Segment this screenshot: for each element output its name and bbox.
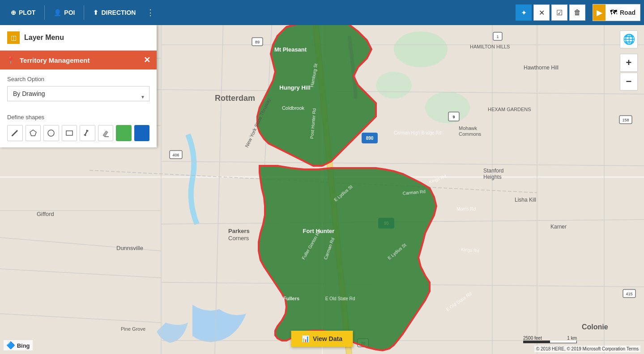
map-icon: 🗺 <box>610 9 617 17</box>
svg-text:Parkers: Parkers <box>228 228 250 234</box>
svg-text:406: 406 <box>172 153 179 157</box>
territory-close-button[interactable]: ✕ <box>144 55 150 65</box>
svg-text:Carman High Bridge Rd: Carman High Bridge Rd <box>394 130 441 135</box>
view-data-label: View Data <box>313 335 342 342</box>
svg-text:Karner: Karner <box>550 224 567 230</box>
svg-text:Morris Rd: Morris Rd <box>456 207 476 212</box>
search-select-wrapper: By Drawing By Radius By Polygon <box>7 86 149 108</box>
plot-button[interactable]: ⊕ PLOT <box>4 5 43 20</box>
svg-text:HAMILTON HILLS: HAMILTON HILLS <box>470 44 510 49</box>
direction-button[interactable]: ⬆ DIRECTION <box>86 5 143 20</box>
svg-point-3 <box>394 31 448 67</box>
svg-marker-87 <box>30 130 36 136</box>
svg-text:Hungry Hill: Hungry Hill <box>279 84 310 91</box>
panel-content: Search Option By Drawing By Radius By Po… <box>0 69 157 147</box>
svg-text:Mohawk: Mohawk <box>459 125 477 131</box>
circle-tool-button[interactable] <box>43 125 59 141</box>
svg-text:E Old State Rd: E Old State Rd <box>325 296 355 301</box>
svg-text:Stanford: Stanford <box>483 168 503 174</box>
svg-text:158: 158 <box>622 118 629 122</box>
svg-text:Hawthorne Hill: Hawthorne Hill <box>524 65 559 71</box>
bing-icon: 🔷 <box>6 341 15 349</box>
zoom-controls: + − <box>620 54 638 91</box>
svg-text:890: 890 <box>366 136 374 141</box>
layer-menu-title: Layer Menu <box>24 34 64 42</box>
territory-title: Territory Management <box>20 56 139 64</box>
svg-text:Lisha Kill: Lisha Kill <box>515 197 536 203</box>
arrow-toggle[interactable]: ▶ <box>593 4 606 21</box>
svg-rect-89 <box>66 131 73 135</box>
scale-bar: 2500 feet 1 km <box>523 336 577 343</box>
svg-point-91 <box>87 130 89 132</box>
svg-point-88 <box>48 130 54 136</box>
svg-text:HEXAM GARDENS: HEXAM GARDENS <box>488 107 531 112</box>
territory-panel: 📍 Territory Management ✕ <box>0 51 157 69</box>
svg-text:Gifford: Gifford <box>37 211 54 217</box>
svg-text:Commons: Commons <box>459 131 482 137</box>
direction-icon: ⬆ <box>93 9 98 16</box>
svg-text:Coldbrook: Coldbrook <box>282 105 305 111</box>
edit-tool-button[interactable] <box>80 125 95 141</box>
check-tool-button[interactable]: ☑ <box>551 4 567 21</box>
svg-text:415: 415 <box>626 292 632 296</box>
plot-icon: ⊕ <box>11 9 16 16</box>
green-color-swatch[interactable] <box>116 125 131 141</box>
layer-menu-header: ◫ Layer Menu <box>0 25 157 51</box>
svg-text:Colonie: Colonie <box>582 323 608 331</box>
svg-point-4 <box>425 92 470 123</box>
svg-text:Pine Grove: Pine Grove <box>121 326 145 332</box>
zoom-out-button[interactable]: − <box>620 73 638 91</box>
select-tool-button[interactable]: ✦ <box>516 4 532 21</box>
search-option-label: Search Option <box>7 76 149 82</box>
close-tool-button[interactable]: ✕ <box>533 4 550 21</box>
svg-text:9: 9 <box>452 115 455 119</box>
bing-logo: 🔷 Bing <box>4 340 33 350</box>
svg-text:Heights: Heights <box>483 174 502 180</box>
svg-point-5 <box>376 72 412 99</box>
polygon-tool-button[interactable] <box>26 125 41 141</box>
globe-button[interactable]: 🌐 <box>620 30 638 48</box>
scale-labels: 2500 feet 1 km <box>523 336 577 341</box>
define-shapes-label: Define shapes <box>7 114 149 121</box>
globe-icon: 🌐 <box>623 34 635 45</box>
scale-label-km: 1 km <box>567 336 577 341</box>
scale-label-feet: 2500 feet <box>523 336 542 341</box>
bing-text: Bing <box>17 342 30 349</box>
left-panel: ◫ Layer Menu 📍 Territory Management ✕ Se… <box>0 25 157 147</box>
delete-tool-button[interactable]: 🗑 <box>569 4 585 21</box>
search-select[interactable]: By Drawing By Radius By Polygon <box>7 86 149 101</box>
pencil-tool-button[interactable] <box>7 125 23 141</box>
road-button[interactable]: 🗺 Road <box>606 9 640 17</box>
svg-text:Fullers: Fullers <box>283 296 299 301</box>
svg-point-93 <box>85 135 86 136</box>
blue-color-swatch[interactable] <box>134 125 149 141</box>
poi-icon: 👤 <box>54 9 61 16</box>
shapes-toolbar <box>7 125 149 141</box>
toolbar-divider-2 <box>84 5 84 20</box>
top-toolbar: ⊕ PLOT 👤 POI ⬆ DIRECTION ⋮ ✦ ✕ ☑ 🗑 ▶ 🗺 R… <box>0 0 644 25</box>
more-button[interactable]: ⋮ <box>143 4 158 21</box>
svg-text:Mt Pleasant: Mt Pleasant <box>274 46 307 53</box>
territory-icon: 📍 <box>6 56 15 65</box>
layer-icon: ◫ <box>7 31 20 44</box>
svg-text:Rotterdam: Rotterdam <box>215 94 255 103</box>
scale-line <box>523 341 577 343</box>
rectangle-tool-button[interactable] <box>62 125 77 141</box>
toolbar-divider-1 <box>44 5 45 20</box>
svg-text:1: 1 <box>496 35 499 39</box>
view-data-icon: 📊 <box>302 335 309 342</box>
svg-text:Corners: Corners <box>228 235 249 242</box>
zoom-in-button[interactable]: + <box>620 54 638 72</box>
svg-text:89: 89 <box>255 40 260 44</box>
copyright-text: © 2018 HERE, © 2019 Microsoft Corporatio… <box>534 345 640 352</box>
erase-tool-button[interactable] <box>98 125 114 141</box>
view-data-button[interactable]: 📊 View Data <box>291 331 353 347</box>
svg-text:Dunnsville: Dunnsville <box>116 245 143 251</box>
poi-button[interactable]: 👤 POI <box>47 5 82 20</box>
